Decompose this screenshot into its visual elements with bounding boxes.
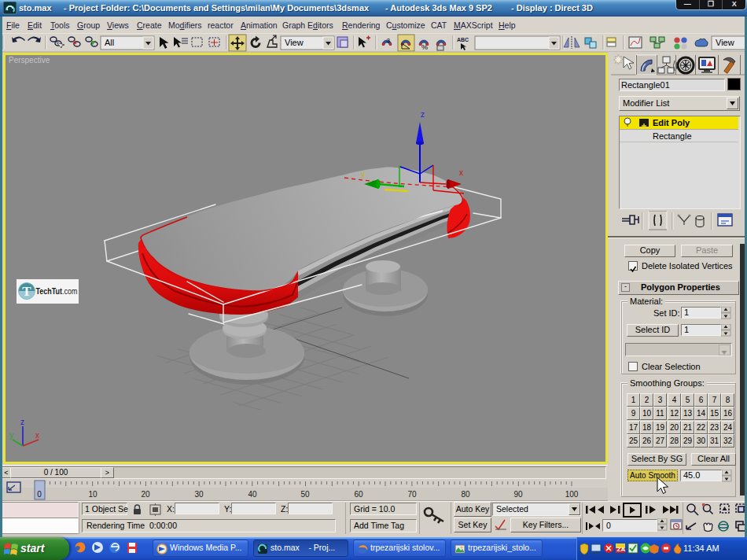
svg-text:40: 40 — [248, 490, 257, 499]
svg-text:y: y — [9, 431, 13, 440]
svg-text:3: 3 — [387, 38, 390, 43]
svg-text:z: z — [421, 110, 425, 119]
svg-text:T: T — [22, 284, 31, 299]
svg-text:60: 60 — [354, 490, 363, 499]
svg-text:View: View — [716, 38, 734, 47]
svg-text:x: x — [35, 431, 39, 440]
svg-text:ZA: ZA — [617, 546, 626, 553]
svg-text:TechTut.com: TechTut.com — [36, 287, 78, 296]
svg-text:ABC: ABC — [457, 37, 469, 42]
svg-text:All: All — [105, 38, 114, 47]
svg-text:10: 10 — [88, 490, 98, 499]
svg-text:z: z — [20, 418, 24, 426]
svg-text:90: 90 — [513, 490, 523, 499]
svg-text:100: 100 — [565, 490, 579, 499]
svg-text:%: % — [421, 43, 428, 51]
svg-text:20: 20 — [141, 490, 150, 499]
svg-text:30: 30 — [194, 490, 204, 499]
svg-text:0: 0 — [37, 490, 42, 499]
svg-text:70: 70 — [407, 490, 417, 499]
svg-text:y: y — [361, 170, 365, 179]
svg-text:80: 80 — [461, 490, 470, 499]
svg-text:x: x — [459, 168, 463, 177]
svg-text:View: View — [285, 38, 304, 47]
svg-text:50: 50 — [300, 490, 310, 499]
